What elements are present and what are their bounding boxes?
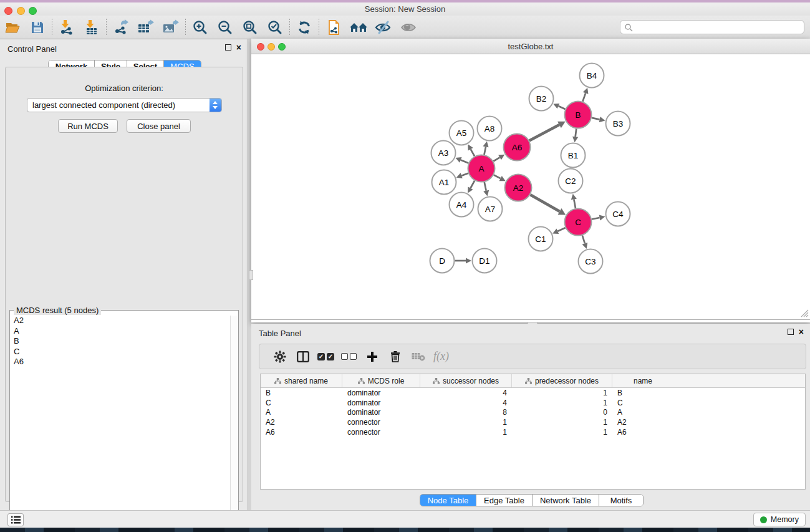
tab-edge-table[interactable]: Edge Table — [476, 495, 533, 506]
column-view-icon[interactable] — [291, 351, 314, 362]
hide-selected-icon[interactable] — [371, 17, 396, 37]
table-cell[interactable]: C — [261, 399, 342, 407]
delete-table-icon[interactable] — [407, 352, 430, 362]
column-header[interactable]: MCDS role — [342, 374, 420, 387]
new-network-from-selection-icon[interactable] — [321, 17, 346, 37]
result-scrollbar[interactable] — [230, 316, 238, 525]
export-network-icon[interactable] — [108, 17, 133, 37]
graph-edge[interactable] — [471, 149, 475, 156]
zoom-selected-icon[interactable] — [263, 17, 287, 37]
import-table-icon[interactable] — [79, 17, 104, 37]
table-cell[interactable]: 4 — [420, 399, 512, 407]
search-field[interactable] — [620, 20, 804, 34]
column-header[interactable]: successor nodes — [420, 374, 512, 387]
column-header[interactable]: shared name — [261, 374, 342, 387]
function-builder-icon[interactable]: f(x) — [430, 350, 453, 363]
table-cell[interactable]: connector — [342, 428, 420, 437]
graph-edge[interactable] — [461, 173, 468, 176]
table-cell[interactable]: A2 — [261, 418, 342, 427]
save-session-icon[interactable] — [25, 17, 50, 37]
column-header[interactable]: predecessor nodes — [512, 374, 612, 387]
vertical-split-handle[interactable] — [249, 270, 253, 280]
table-cell[interactable]: 8 — [420, 408, 512, 417]
tab-network-table[interactable]: Network Table — [533, 495, 599, 506]
float-table-panel-icon[interactable] — [788, 329, 794, 335]
graph-edge[interactable] — [470, 181, 475, 188]
mcds-result-item[interactable]: B — [11, 336, 230, 347]
search-input[interactable] — [633, 22, 804, 33]
graph-edge[interactable] — [592, 218, 600, 220]
add-column-icon[interactable] — [360, 351, 383, 362]
home-icon[interactable] — [346, 17, 371, 37]
graph-edge[interactable] — [574, 200, 576, 208]
graph-edge[interactable] — [582, 93, 586, 101]
graph-edge[interactable] — [531, 195, 560, 211]
graph-edge[interactable] — [493, 157, 499, 161]
table-cell[interactable]: C — [612, 399, 673, 407]
table-cell[interactable]: 1 — [420, 428, 512, 437]
node-table[interactable]: shared nameMCDS rolesuccessor nodesprede… — [260, 374, 806, 490]
table-cell[interactable]: B — [612, 389, 673, 397]
graph-edge[interactable] — [558, 106, 565, 109]
zoom-out-icon[interactable] — [213, 17, 238, 37]
table-cell[interactable]: B — [261, 389, 342, 397]
show-all-icon[interactable] — [396, 17, 421, 37]
table-cell[interactable]: 1 — [420, 418, 512, 427]
tab-motifs[interactable]: Motifs — [599, 495, 643, 506]
table-cell[interactable]: A — [261, 408, 342, 417]
mcds-result-item[interactable]: A2 — [11, 316, 230, 326]
open-session-icon[interactable] — [0, 17, 25, 37]
zoom-in-icon[interactable] — [188, 17, 213, 37]
table-cell[interactable]: A — [612, 408, 673, 417]
table-cell[interactable]: 1 — [512, 389, 612, 397]
table-cell[interactable]: A6 — [261, 428, 342, 437]
graph-edge[interactable] — [557, 228, 565, 231]
table-cell[interactable]: dominator — [342, 389, 420, 397]
table-row[interactable]: Cdominator41C — [261, 398, 805, 408]
tab-node-table[interactable]: Node Table — [420, 495, 476, 506]
graph-edge[interactable] — [485, 182, 486, 191]
graph-edge[interactable] — [484, 147, 486, 155]
table-row[interactable]: Bdominator41B — [261, 388, 805, 398]
graph-edge[interactable] — [582, 235, 585, 243]
table-cell[interactable]: A6 — [612, 428, 673, 437]
table-cell[interactable]: 1 — [512, 399, 612, 407]
graph-edge[interactable] — [494, 175, 501, 178]
table-cell[interactable]: 1 — [512, 418, 612, 427]
task-history-button[interactable] — [7, 513, 24, 526]
memory-button[interactable]: Memory — [753, 513, 806, 526]
export-image-icon[interactable] — [158, 17, 183, 37]
table-cell[interactable]: 0 — [512, 408, 612, 417]
run-mcds-button[interactable]: Run MCDS — [58, 119, 118, 133]
column-header[interactable]: name — [612, 374, 673, 387]
table-row[interactable]: A6connector11A6 — [261, 427, 805, 437]
table-cell[interactable]: 1 — [512, 428, 612, 437]
graph-edge[interactable] — [592, 118, 600, 120]
delete-column-icon[interactable] — [383, 351, 407, 362]
graph-edge[interactable] — [461, 160, 468, 163]
select-all-checkboxes-icon[interactable]: ✓✓ — [314, 353, 337, 360]
mcds-result-item[interactable]: A6 — [11, 357, 230, 367]
table-cell[interactable]: connector — [342, 418, 420, 427]
mcds-result-list[interactable]: A2ABCA6 — [11, 316, 230, 525]
zoom-fit-icon[interactable] — [238, 17, 263, 37]
close-panel-button[interactable]: Close panel — [127, 119, 191, 133]
close-table-panel-icon[interactable]: × — [799, 329, 804, 335]
network-graph[interactable]: AA1A2A3A4A5A6A7A8BB1B2B3B4CC1C2C3C4DD1 — [251, 54, 810, 320]
graph-edge[interactable] — [576, 128, 577, 137]
table-cell[interactable]: 4 — [420, 389, 512, 397]
graph-edge[interactable] — [529, 125, 559, 141]
import-network-icon[interactable] — [54, 17, 79, 37]
refresh-icon[interactable] — [292, 17, 317, 37]
table-row[interactable]: A2connector11A2 — [261, 417, 805, 427]
export-table-icon[interactable] — [133, 17, 158, 37]
table-cell[interactable]: dominator — [342, 408, 420, 417]
mcds-result-item[interactable]: C — [11, 347, 230, 357]
network-canvas[interactable]: AA1A2A3A4A5A6A7A8BB1B2B3B4CC1C2C3C4DD1 — [251, 54, 810, 320]
network-window-titlebar[interactable]: testGlobe.txt — [251, 39, 810, 54]
table-cell[interactable]: A2 — [612, 418, 673, 427]
mcds-result-item[interactable]: A — [11, 326, 230, 337]
criterion-dropdown[interactable]: largest connected component (directed) — [27, 98, 222, 112]
table-cell[interactable]: dominator — [342, 399, 420, 407]
float-panel-icon[interactable] — [225, 44, 231, 51]
